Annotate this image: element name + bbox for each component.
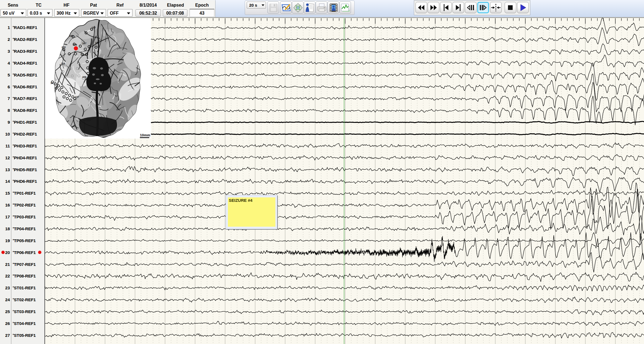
svg-text:208: 208 bbox=[73, 43, 77, 46]
svg-text:157: 157 bbox=[92, 26, 96, 29]
svg-text:193: 193 bbox=[82, 54, 86, 56]
svg-text:13: 13 bbox=[50, 82, 53, 84]
svg-text:10mm: 10mm bbox=[140, 133, 150, 137]
svg-text:187: 187 bbox=[82, 42, 86, 45]
svg-text:137: 137 bbox=[75, 96, 79, 98]
svg-text:216: 216 bbox=[61, 62, 65, 65]
svg-text:200: 200 bbox=[62, 46, 66, 49]
svg-text:185: 185 bbox=[95, 41, 99, 44]
svg-text:209: 209 bbox=[82, 76, 86, 78]
svg-text:160: 160 bbox=[69, 35, 73, 37]
